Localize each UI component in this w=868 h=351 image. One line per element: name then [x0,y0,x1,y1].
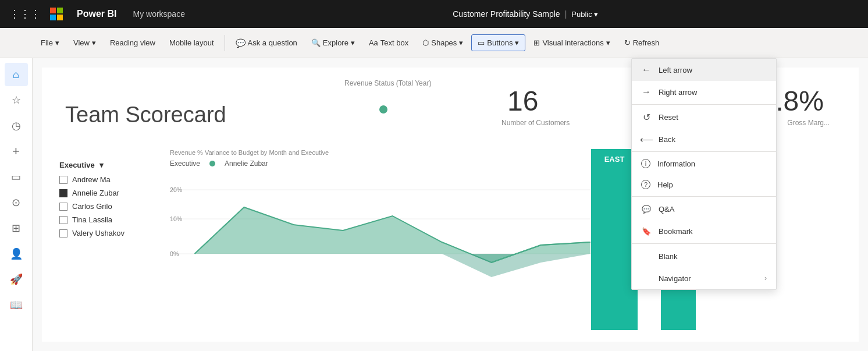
carlos-label: Carlos Grilo [72,202,112,211]
svg-text:10%: 10% [170,216,182,222]
qa-label: Q&A [659,205,674,214]
navigator-icon [641,273,652,283]
refresh-label: Refresh [633,38,660,47]
valery-checkbox[interactable] [59,229,67,237]
carlos-checkbox[interactable] [59,203,67,211]
dropdown-item-reset[interactable]: ↺ Reset [632,106,776,128]
explore-icon: 🔍 [311,38,321,47]
sidebar-item-learn[interactable]: 🚀 [5,268,28,291]
separator-after-back [632,151,776,152]
buttons-dropdown-menu: ← Left arrow → Right arrow ↺ Reset ⟵ Bac… [631,58,777,290]
bookmark-label: Bookmark [659,227,693,236]
report-title: Customer Profitability Sample [453,9,560,19]
information-label: Information [657,159,695,168]
sidebar-item-create[interactable]: + [5,140,28,163]
navigator-chevron-icon: › [764,274,767,282]
executive-filter: Executive ▾ Andrew Ma Annelie Zubar Carl… [59,161,124,242]
dropdown-item-navigator[interactable]: Navigator › [632,267,776,289]
sidebar-item-people[interactable]: 👤 [5,242,28,265]
textbox-icon: Aa [369,38,378,47]
east-region-bar: EAST [591,149,638,330]
buttons-icon: ▭ [478,38,485,47]
visibility-toggle[interactable]: Public ▾ [571,10,597,19]
dropdown-item-left-arrow[interactable]: ← Left arrow [632,59,776,81]
ask-question-button[interactable]: 💬 Ask a question [230,35,303,51]
sidebar-item-home[interactable]: ⌂ [5,63,28,86]
dropdown-item-blank[interactable]: Blank [632,245,776,267]
explore-button[interactable]: 🔍 Explore ▾ [305,35,361,51]
legend-executive-label: Executive [170,159,200,168]
shapes-button[interactable]: ⬡ Shapes ▾ [417,35,469,51]
executive-tina[interactable]: Tina Lassila [59,215,124,224]
left-sidebar: ⌂ ☆ ◷ + ▭ ⊙ ⊞ 👤 🚀 📖 [0,58,33,351]
svg-marker-7 [195,254,590,277]
sidebar-item-recent[interactable]: ◷ [5,114,28,137]
title-divider: | [565,9,567,19]
separator-after-bookmark [632,243,776,244]
sidebar-item-apps[interactable]: ⊞ [5,217,28,240]
svg-text:20%: 20% [170,187,182,193]
visual-interactions-icon: ⊞ [533,38,540,47]
mobile-layout-button[interactable]: Mobile layout [163,35,220,51]
chart-area: Revenue % Variance to Budget by Month an… [170,149,603,330]
annelie-label: Annelie Zubar [72,189,119,197]
revenue-status-indicator [379,105,387,114]
buttons-chevron: ▾ [515,38,519,47]
help-label: Help [657,180,673,189]
sidebar-item-book[interactable]: 📖 [5,293,28,317]
blank-icon [641,251,652,261]
reading-view-button[interactable]: Reading view [104,35,161,51]
dropdown-item-qa[interactable]: 💬 Q&A [632,198,776,220]
reading-view-label: Reading view [110,38,155,47]
bookmark-icon: 🔖 [641,226,652,236]
andrew-checkbox[interactable] [59,176,67,184]
executive-label: Executive [59,161,95,169]
executive-andrew[interactable]: Andrew Ma [59,175,124,184]
explore-label: Explore [323,38,348,47]
revenue-chart[interactable]: 20% 10% 0% [170,172,603,289]
reset-label: Reset [659,113,678,122]
executive-valery[interactable]: Valery Ushakov [59,229,124,237]
revenue-status-label: Revenue Status (Total Year) [344,79,431,87]
refresh-button[interactable]: ↻ Refresh [618,35,666,51]
dropdown-item-help[interactable]: ? Help [632,174,776,195]
andrew-label: Andrew Ma [72,175,111,184]
left-arrow-icon: ← [641,65,652,75]
sidebar-item-goals[interactable]: ⊙ [5,191,28,214]
text-box-button[interactable]: Aa Text box [363,35,414,51]
ask-question-label: Ask a question [248,38,297,47]
buttons-button[interactable]: ▭ Buttons ▾ [471,34,525,51]
topbar-center: Customer Profitability Sample | Public ▾ [192,9,859,19]
chevron-down-icon: ▾ [594,10,598,19]
sidebar-item-datasets[interactable]: ▭ [5,165,28,189]
right-arrow-label: Right arrow [659,88,697,97]
legend-dot-teal [209,161,215,166]
grid-icon[interactable]: ⋮⋮⋮ [9,8,41,20]
sidebar-item-favorites[interactable]: ☆ [5,88,28,112]
separator-1 [225,35,225,51]
powerbi-label: Power BI [77,9,116,19]
view-menu[interactable]: View ▾ [67,35,102,51]
right-arrow-icon: → [641,87,652,97]
visibility-label: Public [571,10,592,19]
dropdown-item-right-arrow[interactable]: → Right arrow [632,81,776,103]
back-icon: ⟵ [641,134,652,144]
annelie-checkbox[interactable] [59,189,67,197]
dropdown-item-information[interactable]: i Information [632,153,776,174]
workspace-label[interactable]: My workspace [133,9,184,19]
visual-interactions-button[interactable]: ⊞ Visual interactions ▾ [528,35,616,51]
tina-checkbox[interactable] [59,216,67,224]
toolbar: File ▾ View ▾ Reading view Mobile layout… [0,28,868,58]
view-chevron: ▾ [92,38,96,47]
metric-customers-value: 16 [507,85,538,117]
navigator-label: Navigator [659,274,691,283]
executive-annelie[interactable]: Annelie Zubar [59,189,124,197]
view-label: View [73,38,90,47]
dropdown-item-bookmark[interactable]: 🔖 Bookmark [632,220,776,242]
executive-carlos[interactable]: Carlos Grilo [59,202,124,211]
blank-label: Blank [659,252,678,261]
dropdown-item-back[interactable]: ⟵ Back [632,128,776,150]
shapes-icon: ⬡ [422,38,429,47]
executive-dropdown[interactable]: Executive ▾ [59,161,124,169]
file-menu[interactable]: File ▾ [35,35,65,51]
